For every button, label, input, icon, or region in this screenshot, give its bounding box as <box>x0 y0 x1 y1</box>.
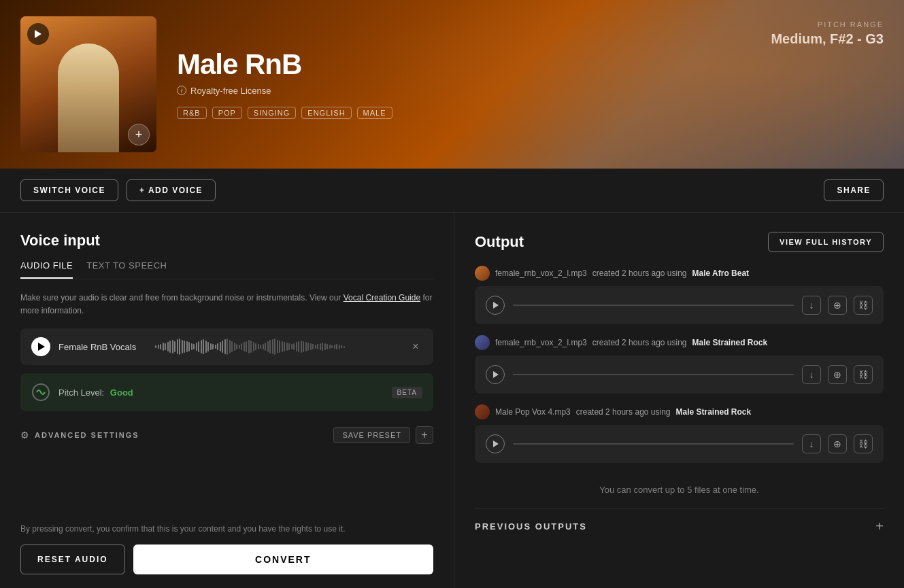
output-waveform-1 <box>513 305 794 306</box>
output-meta-2: female_rnb_vox_2_l.mp3 created 2 hours a… <box>475 335 884 350</box>
convert-limit-text: You can convert up to 5 files at one tim… <box>475 477 884 503</box>
output-player-3: ↓ ⊕ ⛓ <box>475 425 884 463</box>
output-actions-3: ↓ ⊕ ⛓ <box>802 434 873 453</box>
hero-banner: + Male RnB i Royalty-free License R&B PO… <box>0 0 904 169</box>
output-player-1: ↓ ⊕ ⛓ <box>475 286 884 324</box>
settings-icon: ⚙ <box>20 430 29 440</box>
beta-badge: BETA <box>392 387 422 398</box>
pitch-range-value: Medium, F#2 - G3 <box>771 31 884 47</box>
download-button-1[interactable]: ↓ <box>802 296 821 315</box>
right-panel: Output VIEW FULL HISTORY female_rnb_vox_… <box>454 213 904 588</box>
output-play-triangle-1 <box>493 302 499 309</box>
output-play-2[interactable] <box>486 365 505 384</box>
toolbar: SWITCH VOICE + ADD VOICE SHARE <box>0 169 904 213</box>
pitch-level-label: Pitch Level: Good <box>58 387 133 398</box>
artist-image-wrap: + <box>20 16 156 152</box>
waveform-display <box>155 336 401 357</box>
pitch-level-icon <box>31 383 50 402</box>
bottom-actions: RESET AUDIO CONVERT <box>20 544 433 574</box>
input-tabs: AUDIO FILE TEXT TO SPEECH <box>20 260 433 279</box>
remove-track-button[interactable]: × <box>409 340 422 353</box>
output-play-1[interactable] <box>486 296 505 315</box>
hero-info: Male RnB i Royalty-free License R&B POP … <box>177 50 884 119</box>
output-file-1: female_rnb_vox_2_l.mp3 <box>495 269 587 278</box>
vocal-guide-link[interactable]: Vocal Creation Guide <box>344 293 420 302</box>
view-history-button[interactable]: VIEW FULL HISTORY <box>768 232 884 252</box>
advanced-settings-label: ADVANCED SETTINGS <box>35 431 139 439</box>
output-file-3: Male Pop Vox 4.mp3 <box>495 407 571 417</box>
output-waveform-2 <box>513 374 794 375</box>
output-play-triangle-2 <box>493 371 499 378</box>
output-actions-2: ↓ ⊕ ⛓ <box>802 365 873 384</box>
license-text: Royalty-free License <box>190 86 271 96</box>
output-title: Output <box>475 233 524 251</box>
copy-link-button-3[interactable]: ⛓ <box>854 434 873 453</box>
track-play-button[interactable] <box>31 337 50 356</box>
output-header: Output VIEW FULL HISTORY <box>475 232 884 252</box>
tag-male: MALE <box>357 107 392 119</box>
output-meta-1: female_rnb_vox_2_l.mp3 created 2 hours a… <box>475 266 884 281</box>
output-created-1: created 2 hours ago using <box>592 269 687 278</box>
pitch-level-box: Pitch Level: Good BETA <box>20 373 433 411</box>
previous-outputs-label: PREVIOUS OUTPUTS <box>475 521 587 532</box>
tag-singing: SINGING <box>248 107 296 119</box>
hero-add-button[interactable]: + <box>128 124 150 145</box>
copy-link-button-2[interactable]: ⛓ <box>854 365 873 384</box>
previous-outputs-section[interactable]: PREVIOUS OUTPUTS + <box>475 508 884 544</box>
svg-marker-0 <box>35 30 41 38</box>
copy-link-button-1[interactable]: ⛓ <box>854 296 873 315</box>
play-triangle-icon <box>38 343 45 351</box>
info-icon: i <box>177 86 186 95</box>
previous-outputs-expand-icon: + <box>875 519 884 534</box>
output-voice-3: Male Strained Rock <box>676 407 752 417</box>
add-to-library-button-1[interactable]: ⊕ <box>828 296 847 315</box>
tab-audio-file[interactable]: AUDIO FILE <box>20 260 73 279</box>
share-button[interactable]: SHARE <box>824 179 884 201</box>
output-meta-3: Male Pop Vox 4.mp3 created 2 hours ago u… <box>475 404 884 419</box>
track-name: Female RnB Vocals <box>58 342 147 352</box>
output-item-3: Male Pop Vox 4.mp3 created 2 hours ago u… <box>475 404 884 463</box>
advanced-settings-row: ⚙ ADVANCED SETTINGS SAVE PRESET + <box>20 419 433 451</box>
pitch-range-label: PITCH RANGE <box>771 20 884 29</box>
hint-prefix: Make sure your audio is clear and free f… <box>20 293 344 302</box>
output-item-2: female_rnb_vox_2_l.mp3 created 2 hours a… <box>475 335 884 394</box>
hint-text: Make sure your audio is clear and free f… <box>20 292 433 317</box>
output-avatar-3 <box>475 404 490 419</box>
output-voice-1: Male Afro Beat <box>692 269 750 278</box>
tag-pop: POP <box>212 107 242 119</box>
voice-input-title: Voice input <box>20 232 433 249</box>
download-button-3[interactable]: ↓ <box>802 434 821 453</box>
output-file-2: female_rnb_vox_2_l.mp3 <box>495 338 587 347</box>
tab-text-to-speech[interactable]: TEXT TO SPEECH <box>86 260 167 279</box>
tag-rnb: R&B <box>177 107 207 119</box>
output-avatar-1 <box>475 266 490 281</box>
audio-track: Female RnB Vocals × <box>20 328 433 365</box>
output-created-3: created 2 hours ago using <box>576 407 671 417</box>
left-panel: Voice input AUDIO FILE TEXT TO SPEECH Ma… <box>0 213 454 588</box>
pitch-range-info: PITCH RANGE Medium, F#2 - G3 <box>771 20 884 47</box>
output-item-1: female_rnb_vox_2_l.mp3 created 2 hours a… <box>475 266 884 324</box>
add-to-library-button-2[interactable]: ⊕ <box>828 365 847 384</box>
main-content: Voice input AUDIO FILE TEXT TO SPEECH Ma… <box>0 213 904 588</box>
reset-audio-button[interactable]: RESET AUDIO <box>20 544 125 574</box>
pitch-status: Good <box>110 387 133 398</box>
download-button-2[interactable]: ↓ <box>802 365 821 384</box>
hero-play-button[interactable] <box>27 23 49 45</box>
save-preset-button[interactable]: SAVE PRESET <box>333 427 410 443</box>
add-voice-button[interactable]: + ADD VOICE <box>127 179 216 201</box>
output-play-triangle-3 <box>493 440 499 447</box>
switch-voice-button[interactable]: SWITCH VOICE <box>20 179 118 201</box>
output-created-2: created 2 hours ago using <box>592 338 687 347</box>
output-actions-1: ↓ ⊕ ⛓ <box>802 296 873 315</box>
convert-disclaimer: By pressing convert, you confirm that th… <box>20 524 433 534</box>
output-play-3[interactable] <box>486 434 505 453</box>
output-waveform-3 <box>513 443 794 445</box>
advanced-plus-button[interactable]: + <box>416 426 433 444</box>
convert-button[interactable]: CONVERT <box>133 544 433 574</box>
add-to-library-button-3[interactable]: ⊕ <box>828 434 847 453</box>
output-voice-2: Male Strained Rock <box>692 338 768 347</box>
output-avatar-2 <box>475 335 490 350</box>
hero-license: i Royalty-free License <box>177 86 884 96</box>
tag-english: ENGLISH <box>301 107 351 119</box>
hero-tags: R&B POP SINGING ENGLISH MALE <box>177 107 884 119</box>
